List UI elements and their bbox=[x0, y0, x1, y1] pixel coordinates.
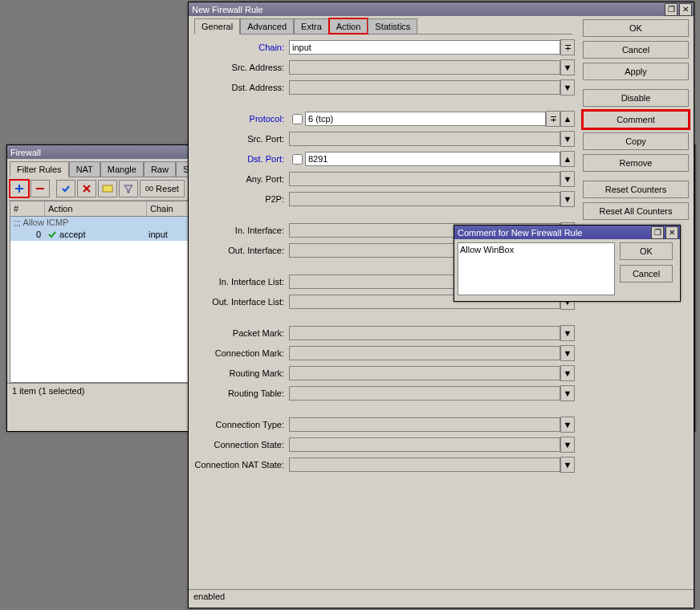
new-rule-dialog: New Firewall Rule ❐ ✕ General Advanced E… bbox=[188, 2, 694, 608]
apply-button[interactable]: Apply bbox=[583, 63, 689, 80]
chain-input[interactable] bbox=[289, 40, 560, 55]
tab-advanced[interactable]: Advanced bbox=[240, 18, 294, 34]
routing-mark-input[interactable] bbox=[289, 366, 560, 380]
remove-button[interactable]: Remove bbox=[583, 154, 689, 172]
dropdown-icon[interactable]: ∓ bbox=[560, 39, 575, 55]
src-address-label: Src. Address: bbox=[192, 63, 289, 72]
connection-state-label: Connection State: bbox=[192, 440, 289, 449]
col-action[interactable]: Action bbox=[45, 201, 147, 216]
dst-port-input[interactable] bbox=[305, 152, 560, 166]
dropdown-icon[interactable]: ∓ bbox=[546, 111, 560, 127]
connection-state-input[interactable] bbox=[289, 437, 560, 452]
col-num[interactable]: # bbox=[10, 201, 45, 216]
expand-icon[interactable]: ▼ bbox=[560, 385, 575, 401]
dst-port-label[interactable]: Dst. Port: bbox=[192, 154, 289, 164]
connection-type-input[interactable] bbox=[289, 417, 560, 432]
routing-mark-label: Routing Mark: bbox=[192, 368, 289, 378]
new-rule-tabs: General Advanced Extra Action Statistics bbox=[194, 18, 572, 35]
side-buttons: OK Cancel Apply Disable Comment Copy Rem… bbox=[578, 16, 694, 591]
reset-all-counters-button[interactable]: Reset All Counters bbox=[583, 202, 689, 220]
close-icon[interactable]: ✕ bbox=[679, 3, 692, 16]
protocol-label[interactable]: Protocol: bbox=[192, 114, 289, 124]
new-rule-titlebar[interactable]: New Firewall Rule ❐ ✕ bbox=[189, 2, 694, 16]
tab-extra[interactable]: Extra bbox=[294, 18, 329, 34]
any-port-label: Any. Port: bbox=[192, 174, 289, 184]
tab-mangle[interactable]: Mangle bbox=[100, 161, 144, 177]
ok-button[interactable]: OK bbox=[620, 242, 673, 260]
dst-port-not-checkbox[interactable] bbox=[292, 154, 303, 165]
connection-type-label: Connection Type: bbox=[192, 420, 289, 429]
remove-button[interactable] bbox=[31, 180, 50, 197]
ok-button[interactable]: OK bbox=[583, 19, 689, 37]
comment-title: Comment for New Firewall Rule bbox=[456, 228, 649, 238]
p2p-label: P2P: bbox=[192, 194, 289, 204]
tab-general[interactable]: General bbox=[194, 18, 240, 35]
protocol-not-checkbox[interactable] bbox=[292, 114, 303, 124]
src-port-input[interactable] bbox=[289, 132, 560, 146]
packet-mark-input[interactable] bbox=[289, 326, 560, 340]
expand-icon[interactable]: ▼ bbox=[560, 437, 575, 453]
restore-icon[interactable]: ❐ bbox=[665, 3, 678, 16]
src-port-label: Src. Port: bbox=[192, 134, 289, 144]
disable-button[interactable]: Disable bbox=[583, 89, 689, 107]
comment-dialog: Comment for New Firewall Rule ❐ ✕ OK Can… bbox=[454, 225, 681, 302]
protocol-input[interactable] bbox=[305, 112, 546, 126]
dst-address-label: Dst. Address: bbox=[192, 83, 289, 92]
cell-action: accept bbox=[44, 228, 145, 241]
connection-nat-state-input[interactable] bbox=[289, 458, 560, 472]
connection-mark-input[interactable] bbox=[289, 346, 560, 360]
expand-icon[interactable]: ▼ bbox=[560, 79, 575, 96]
connection-nat-state-label: Connection NAT State: bbox=[192, 460, 289, 470]
connection-mark-label: Connection Mark: bbox=[192, 348, 289, 358]
disable-button[interactable] bbox=[77, 180, 96, 197]
tab-action[interactable]: Action bbox=[329, 18, 368, 34]
packet-mark-label: Packet Mark: bbox=[192, 328, 289, 338]
comment-button[interactable]: Comment bbox=[583, 111, 689, 128]
expand-icon[interactable]: ▼ bbox=[560, 325, 575, 341]
routing-table-label: Routing Table: bbox=[192, 388, 289, 398]
restore-icon[interactable]: ❐ bbox=[651, 226, 664, 239]
filter-button[interactable] bbox=[119, 180, 138, 197]
expand-icon[interactable]: ▼ bbox=[560, 365, 575, 381]
expand-icon[interactable]: ▼ bbox=[560, 59, 575, 75]
comment-button[interactable] bbox=[98, 180, 117, 197]
expand-icon[interactable]: ▼ bbox=[560, 417, 575, 433]
collapse-icon[interactable]: ▲ bbox=[560, 151, 575, 167]
reset-counters-button[interactable]: 00 Reset bbox=[140, 180, 185, 197]
copy-button[interactable]: Copy bbox=[583, 132, 689, 150]
close-icon[interactable]: ✕ bbox=[665, 226, 678, 239]
collapse-icon[interactable]: ▲ bbox=[560, 111, 575, 127]
svg-marker-6 bbox=[124, 185, 132, 193]
dst-address-input[interactable] bbox=[289, 80, 560, 95]
in-interface-list-label: In. Interface List: bbox=[192, 277, 289, 287]
tab-nat[interactable]: NAT bbox=[69, 161, 100, 177]
expand-icon[interactable]: ▼ bbox=[560, 131, 575, 147]
svg-rect-5 bbox=[103, 185, 112, 192]
new-rule-title: New Firewall Rule bbox=[190, 5, 663, 14]
reset-counters-button[interactable]: Reset Counters bbox=[583, 181, 689, 198]
expand-icon[interactable]: ▼ bbox=[560, 345, 575, 361]
new-rule-status: enabled bbox=[189, 589, 694, 608]
any-port-input[interactable] bbox=[289, 172, 560, 186]
comment-titlebar[interactable]: Comment for New Firewall Rule ❐ ✕ bbox=[454, 226, 680, 239]
chain-label[interactable]: Chain: bbox=[192, 43, 289, 52]
src-address-input[interactable] bbox=[289, 60, 560, 75]
expand-icon[interactable]: ▼ bbox=[560, 457, 575, 473]
routing-table-input[interactable] bbox=[289, 386, 560, 401]
tab-raw[interactable]: Raw bbox=[144, 161, 176, 177]
tab-statistics[interactable]: Statistics bbox=[368, 18, 417, 34]
accept-icon bbox=[47, 230, 57, 239]
add-button[interactable] bbox=[10, 180, 29, 197]
p2p-input[interactable] bbox=[289, 192, 560, 206]
out-interface-list-label: Out. Interface List: bbox=[192, 297, 289, 307]
comment-textarea[interactable] bbox=[458, 242, 615, 295]
tab-filter-rules[interactable]: Filter Rules bbox=[10, 161, 69, 177]
out-interface-label: Out. Interface: bbox=[192, 246, 289, 255]
enable-button[interactable] bbox=[56, 180, 75, 197]
cell-num: 0 bbox=[10, 228, 44, 241]
expand-icon[interactable]: ▼ bbox=[560, 171, 575, 187]
cancel-button[interactable]: Cancel bbox=[620, 265, 673, 283]
in-interface-label: In. Interface: bbox=[192, 226, 289, 235]
expand-icon[interactable]: ▼ bbox=[560, 191, 575, 207]
cancel-button[interactable]: Cancel bbox=[583, 41, 689, 59]
